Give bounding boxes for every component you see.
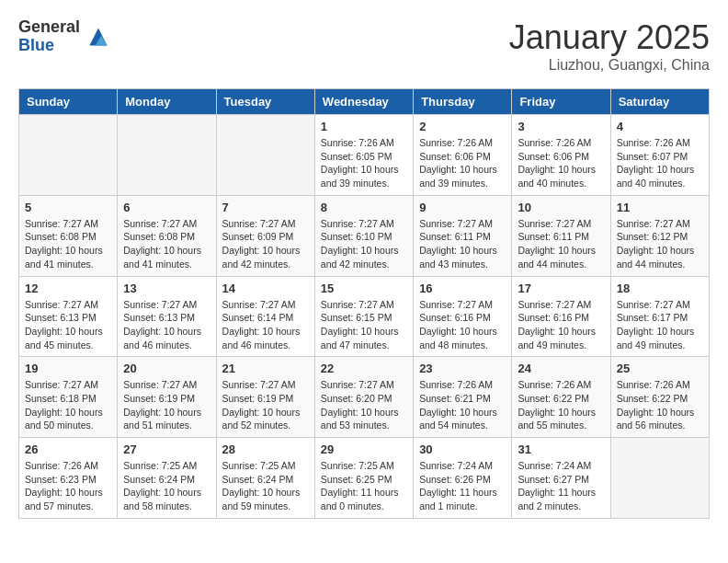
- day-number: 5: [25, 201, 111, 214]
- calendar-cell: 23Sunrise: 7:26 AM Sunset: 6:21 PM Dayli…: [414, 357, 512, 438]
- day-info: Sunrise: 7:27 AM Sunset: 6:19 PM Dayligh…: [222, 378, 309, 432]
- title-block: January 2025 Liuzhou, Guangxi, China: [509, 18, 710, 74]
- day-info: Sunrise: 7:26 AM Sunset: 6:21 PM Dayligh…: [419, 378, 506, 432]
- calendar-cell: 19Sunrise: 7:27 AM Sunset: 6:18 PM Dayli…: [19, 357, 118, 438]
- calendar-cell: [610, 438, 709, 519]
- day-info: Sunrise: 7:24 AM Sunset: 6:27 PM Dayligh…: [518, 459, 604, 513]
- day-info: Sunrise: 7:27 AM Sunset: 6:09 PM Dayligh…: [222, 217, 309, 271]
- calendar-cell: 21Sunrise: 7:27 AM Sunset: 6:19 PM Dayli…: [216, 357, 314, 438]
- calendar-cell: 16Sunrise: 7:27 AM Sunset: 6:16 PM Dayli…: [414, 276, 512, 357]
- calendar-cell: [19, 115, 118, 196]
- week-row-1: 1Sunrise: 7:26 AM Sunset: 6:05 PM Daylig…: [19, 115, 710, 196]
- day-number: 6: [123, 201, 210, 214]
- calendar-cell: 7Sunrise: 7:27 AM Sunset: 6:09 PM Daylig…: [216, 195, 314, 276]
- day-number: 21: [222, 362, 309, 375]
- calendar-cell: 5Sunrise: 7:27 AM Sunset: 6:08 PM Daylig…: [19, 195, 118, 276]
- day-number: 4: [617, 120, 703, 133]
- calendar-cell: 28Sunrise: 7:25 AM Sunset: 6:24 PM Dayli…: [216, 438, 314, 519]
- day-number: 27: [123, 442, 210, 456]
- calendar-cell: 8Sunrise: 7:27 AM Sunset: 6:10 PM Daylig…: [314, 195, 413, 276]
- day-number: 23: [419, 362, 506, 375]
- logo-general-text: General: [18, 18, 80, 37]
- day-info: Sunrise: 7:26 AM Sunset: 6:22 PM Dayligh…: [518, 378, 604, 432]
- day-info: Sunrise: 7:25 AM Sunset: 6:25 PM Dayligh…: [321, 459, 407, 513]
- location-subtitle: Liuzhou, Guangxi, China: [509, 57, 710, 74]
- day-number: 31: [518, 442, 604, 456]
- day-info: Sunrise: 7:27 AM Sunset: 6:12 PM Dayligh…: [617, 217, 703, 271]
- week-row-3: 12Sunrise: 7:27 AM Sunset: 6:13 PM Dayli…: [19, 276, 710, 357]
- calendar-cell: 17Sunrise: 7:27 AM Sunset: 6:16 PM Dayli…: [512, 276, 610, 357]
- day-info: Sunrise: 7:27 AM Sunset: 6:18 PM Dayligh…: [25, 378, 111, 432]
- day-number: 8: [321, 201, 407, 214]
- day-info: Sunrise: 7:24 AM Sunset: 6:26 PM Dayligh…: [419, 459, 506, 513]
- calendar-cell: [216, 115, 314, 196]
- calendar-cell: 3Sunrise: 7:26 AM Sunset: 6:06 PM Daylig…: [512, 115, 610, 196]
- day-info: Sunrise: 7:27 AM Sunset: 6:11 PM Dayligh…: [518, 217, 604, 271]
- calendar-cell: 15Sunrise: 7:27 AM Sunset: 6:15 PM Dayli…: [314, 276, 413, 357]
- calendar-cell: 10Sunrise: 7:27 AM Sunset: 6:11 PM Dayli…: [512, 195, 610, 276]
- day-info: Sunrise: 7:27 AM Sunset: 6:17 PM Dayligh…: [617, 298, 703, 352]
- day-number: 20: [123, 362, 210, 375]
- day-number: 13: [123, 282, 210, 295]
- page-header: General Blue January 2025 Liuzhou, Guang…: [18, 18, 710, 74]
- day-info: Sunrise: 7:25 AM Sunset: 6:24 PM Dayligh…: [123, 459, 210, 513]
- day-info: Sunrise: 7:26 AM Sunset: 6:06 PM Dayligh…: [518, 136, 604, 190]
- day-info: Sunrise: 7:27 AM Sunset: 6:16 PM Dayligh…: [518, 298, 604, 352]
- calendar-cell: 25Sunrise: 7:26 AM Sunset: 6:22 PM Dayli…: [610, 357, 709, 438]
- day-info: Sunrise: 7:27 AM Sunset: 6:10 PM Dayligh…: [321, 217, 407, 271]
- day-number: 28: [222, 442, 309, 456]
- calendar-cell: 12Sunrise: 7:27 AM Sunset: 6:13 PM Dayli…: [19, 276, 118, 357]
- day-number: 17: [518, 282, 604, 295]
- day-info: Sunrise: 7:26 AM Sunset: 6:06 PM Dayligh…: [419, 136, 506, 190]
- calendar-table: SundayMondayTuesdayWednesdayThursdayFrid…: [18, 88, 710, 519]
- day-number: 10: [518, 201, 604, 214]
- day-info: Sunrise: 7:27 AM Sunset: 6:11 PM Dayligh…: [419, 217, 506, 271]
- weekday-header-sunday: Sunday: [19, 89, 118, 115]
- calendar-cell: 29Sunrise: 7:25 AM Sunset: 6:25 PM Dayli…: [314, 438, 413, 519]
- calendar-cell: 13Sunrise: 7:27 AM Sunset: 6:13 PM Dayli…: [118, 276, 216, 357]
- weekday-header-monday: Monday: [118, 89, 216, 115]
- day-info: Sunrise: 7:27 AM Sunset: 6:15 PM Dayligh…: [321, 298, 407, 352]
- day-number: 30: [419, 442, 506, 456]
- day-number: 29: [321, 442, 407, 456]
- day-number: 26: [25, 442, 111, 456]
- calendar-cell: 22Sunrise: 7:27 AM Sunset: 6:20 PM Dayli…: [314, 357, 413, 438]
- logo-blue-text: Blue: [18, 37, 80, 55]
- day-info: Sunrise: 7:27 AM Sunset: 6:19 PM Dayligh…: [123, 378, 210, 432]
- day-info: Sunrise: 7:27 AM Sunset: 6:08 PM Dayligh…: [25, 217, 111, 271]
- day-info: Sunrise: 7:27 AM Sunset: 6:16 PM Dayligh…: [419, 298, 506, 352]
- day-info: Sunrise: 7:27 AM Sunset: 6:14 PM Dayligh…: [222, 298, 309, 352]
- day-info: Sunrise: 7:27 AM Sunset: 6:08 PM Dayligh…: [123, 217, 210, 271]
- day-info: Sunrise: 7:26 AM Sunset: 6:22 PM Dayligh…: [617, 378, 703, 432]
- day-info: Sunrise: 7:27 AM Sunset: 6:13 PM Dayligh…: [123, 298, 210, 352]
- calendar-cell: 9Sunrise: 7:27 AM Sunset: 6:11 PM Daylig…: [414, 195, 512, 276]
- day-number: 19: [25, 362, 111, 375]
- week-row-2: 5Sunrise: 7:27 AM Sunset: 6:08 PM Daylig…: [19, 195, 710, 276]
- day-number: 1: [321, 120, 407, 133]
- day-number: 18: [617, 282, 703, 295]
- weekday-header-tuesday: Tuesday: [216, 89, 314, 115]
- logo: General Blue: [18, 18, 113, 55]
- week-row-5: 26Sunrise: 7:26 AM Sunset: 6:23 PM Dayli…: [19, 438, 710, 519]
- weekday-header-thursday: Thursday: [414, 89, 512, 115]
- day-number: 11: [617, 201, 703, 214]
- day-info: Sunrise: 7:25 AM Sunset: 6:24 PM Dayligh…: [222, 459, 309, 513]
- day-info: Sunrise: 7:26 AM Sunset: 6:07 PM Dayligh…: [617, 136, 703, 190]
- day-number: 15: [321, 282, 407, 295]
- calendar-cell: 27Sunrise: 7:25 AM Sunset: 6:24 PM Dayli…: [118, 438, 216, 519]
- calendar-cell: 20Sunrise: 7:27 AM Sunset: 6:19 PM Dayli…: [118, 357, 216, 438]
- weekday-header-saturday: Saturday: [610, 89, 709, 115]
- calendar-cell: 31Sunrise: 7:24 AM Sunset: 6:27 PM Dayli…: [512, 438, 610, 519]
- weekday-header-row: SundayMondayTuesdayWednesdayThursdayFrid…: [19, 89, 710, 115]
- day-info: Sunrise: 7:27 AM Sunset: 6:20 PM Dayligh…: [321, 378, 407, 432]
- calendar-cell: 2Sunrise: 7:26 AM Sunset: 6:06 PM Daylig…: [414, 115, 512, 196]
- calendar-cell: 6Sunrise: 7:27 AM Sunset: 6:08 PM Daylig…: [118, 195, 216, 276]
- day-number: 22: [321, 362, 407, 375]
- weekday-header-friday: Friday: [512, 89, 610, 115]
- calendar-cell: [118, 115, 216, 196]
- day-info: Sunrise: 7:26 AM Sunset: 6:05 PM Dayligh…: [321, 136, 407, 190]
- day-number: 2: [419, 120, 506, 133]
- day-number: 9: [419, 201, 506, 214]
- calendar-cell: 1Sunrise: 7:26 AM Sunset: 6:05 PM Daylig…: [314, 115, 413, 196]
- calendar-cell: 14Sunrise: 7:27 AM Sunset: 6:14 PM Dayli…: [216, 276, 314, 357]
